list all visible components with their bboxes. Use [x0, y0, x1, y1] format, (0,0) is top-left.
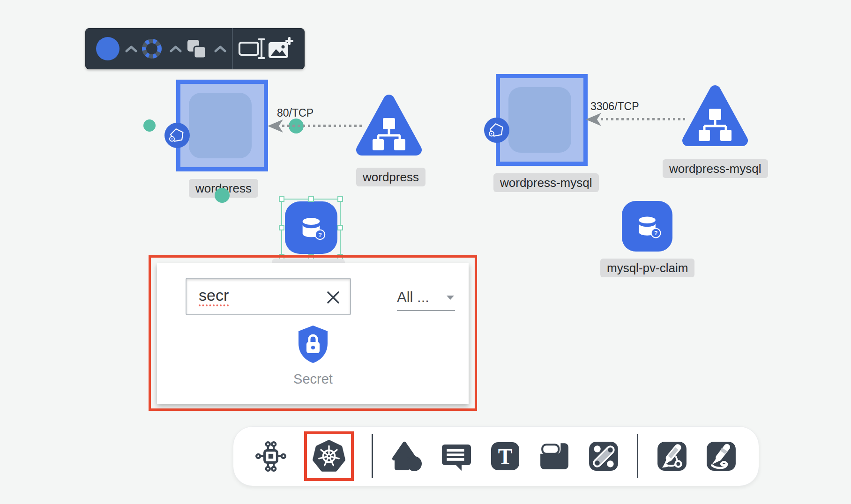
- kubernetes-tool-button-active[interactable]: [304, 431, 354, 481]
- circuit-icon: [255, 440, 287, 472]
- toolbar-divider: [637, 434, 638, 478]
- kubernetes-icon: [312, 439, 346, 473]
- node-label: wordpress-mysql: [663, 159, 768, 178]
- port-label: 3306/TCP: [590, 100, 639, 113]
- connection-line[interactable]: [282, 125, 362, 127]
- duplicate-style-button[interactable]: [184, 29, 226, 69]
- rename-field-icon: [238, 38, 265, 59]
- service-icon[interactable]: [355, 94, 423, 165]
- search-input[interactable]: secr: [186, 278, 351, 315]
- svg-text:?: ?: [654, 230, 658, 237]
- chevron-up-icon[interactable]: [125, 45, 137, 52]
- arrowhead-icon: [586, 112, 602, 126]
- pvc-node-mysql[interactable]: ?: [622, 201, 672, 252]
- text-icon: T: [490, 441, 521, 472]
- style-toolbar: [85, 28, 305, 69]
- selection-outline: [281, 199, 341, 257]
- pen-arrow-icon: [656, 440, 688, 472]
- toolbar-divider: [232, 28, 233, 69]
- service-icon[interactable]: [681, 84, 749, 156]
- port-label: 80/TCP: [277, 107, 314, 119]
- toolbar-divider: [372, 434, 373, 478]
- shapes-icon: [390, 440, 423, 473]
- overlapping-squares-icon: [184, 37, 209, 61]
- tool-palette: T: [233, 426, 759, 486]
- category-filter-dropdown[interactable]: All ...: [397, 285, 455, 311]
- image-add-icon: [268, 37, 294, 61]
- comment-tool-button[interactable]: [440, 440, 472, 472]
- connection-handle[interactable]: [143, 119, 156, 132]
- fill-style-button[interactable]: [96, 29, 137, 69]
- search-input-value: secr: [199, 287, 229, 306]
- rename-button[interactable]: [238, 38, 265, 59]
- text-tool-button[interactable]: T: [490, 441, 521, 472]
- resource-search-popup: secr All ... Secret: [149, 255, 477, 411]
- clear-search-icon[interactable]: [326, 290, 341, 305]
- node-label: wordpress: [356, 168, 426, 186]
- chevron-up-icon[interactable]: [170, 45, 182, 52]
- selection-handle[interactable]: [337, 196, 343, 202]
- search-result-secret[interactable]: Secret: [283, 325, 343, 387]
- deployment-inner-shape: [508, 87, 571, 153]
- filter-value: All ...: [397, 289, 429, 306]
- secret-shield-icon: [297, 325, 329, 364]
- pen-connector-tool-button[interactable]: [656, 440, 688, 472]
- pod-pentagon-icon: [164, 123, 190, 148]
- replace-image-button[interactable]: [268, 37, 294, 61]
- dashed-ring-icon: [140, 37, 164, 61]
- pod-badge[interactable]: [484, 118, 509, 143]
- selection-handle[interactable]: [279, 225, 284, 230]
- selection-handle[interactable]: [337, 225, 343, 230]
- selection-handle[interactable]: [308, 196, 314, 202]
- diagram-canvas[interactable]: wordpress 80/TCP wordpress wordpress-mys…: [0, 0, 851, 504]
- frame-tool-button[interactable]: [538, 440, 570, 472]
- svg-text:T: T: [498, 445, 513, 468]
- connection-handle[interactable]: [215, 188, 230, 203]
- chevron-down-icon: [446, 295, 455, 300]
- deployment-node-wordpress-mysql[interactable]: [496, 74, 588, 166]
- pencil-scribble-icon: [705, 440, 737, 472]
- frame-icon: [538, 440, 570, 472]
- connector-icon: [588, 440, 620, 472]
- pod-badge[interactable]: [164, 123, 190, 148]
- pod-pentagon-icon: [484, 118, 509, 143]
- node-label: mysql-pv-claim: [600, 259, 694, 277]
- connector-tool-button[interactable]: [588, 440, 620, 472]
- arrowhead-icon: [268, 119, 284, 133]
- shapes-tool-button[interactable]: [390, 440, 423, 473]
- selection-handle[interactable]: [279, 196, 284, 202]
- filled-circle-icon: [96, 37, 119, 60]
- deployment-inner-shape: [189, 93, 252, 158]
- result-label: Secret: [283, 371, 343, 387]
- connection-line[interactable]: [601, 118, 685, 120]
- node-label: wordpress-mysql: [493, 173, 599, 192]
- comment-icon: [440, 440, 472, 472]
- deployment-node-wordpress[interactable]: [176, 80, 268, 171]
- chevron-up-icon[interactable]: [214, 45, 226, 52]
- draw-tool-button[interactable]: [705, 440, 737, 472]
- stroke-style-button[interactable]: [140, 29, 182, 69]
- diagram-tool-button[interactable]: [255, 440, 287, 472]
- persistent-volume-claim-icon: ?: [630, 209, 664, 244]
